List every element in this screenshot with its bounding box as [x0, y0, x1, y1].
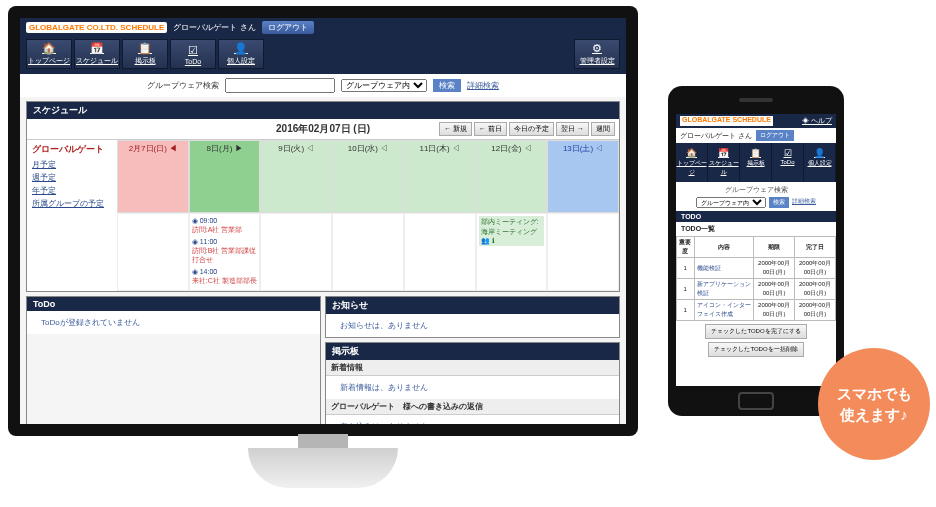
day-cell-thu[interactable]: [404, 213, 476, 291]
app-header: GLOBALGATE CO.LTD. SCHEDULE グローバルゲート さん …: [20, 18, 626, 36]
board-sec2-title: グローバルゲート 様への書き込みの返信: [326, 399, 619, 415]
phone-home-button[interactable]: [738, 392, 774, 410]
phone-logo: GLOBALGATE SCHEDULE: [680, 116, 773, 126]
today-button[interactable]: 今日の予定: [509, 122, 554, 136]
phone-todo-list-title: TODO一覧: [676, 222, 836, 236]
sidebar-title: グローバルゲート: [32, 143, 112, 156]
table-row[interactable]: 1新アプリケーション検証2000年00月00日(月)2000年00月00日(月): [677, 279, 836, 300]
week-button[interactable]: 週間: [591, 122, 615, 136]
day-cell-sun[interactable]: [117, 213, 189, 291]
phone-tab-top[interactable]: 🏠トップページ: [676, 143, 708, 182]
day-header-sat[interactable]: 13日(土) ◁: [547, 140, 619, 213]
board-sec1-title: 新着情報: [326, 360, 619, 376]
desktop-monitor: GLOBALGATE CO.LTD. SCHEDULE グローバルゲート さん …: [8, 6, 638, 436]
event-item[interactable]: ◉ 09:00訪問:A社 営業部: [192, 216, 258, 234]
day-header-fri[interactable]: 12日(金) ◁: [476, 140, 548, 213]
event-item[interactable]: ◉ 11:00訪問:B社 営業部課従 打合せ: [192, 237, 258, 264]
nav-admin[interactable]: ⚙管理者設定: [574, 39, 620, 69]
board-panel-title: 掲示板: [326, 343, 619, 360]
phone-user: グローバルゲート さん: [680, 131, 752, 141]
news-panel-title: お知らせ: [326, 297, 619, 314]
todo-empty: ToDoが登録されていません: [27, 311, 320, 334]
phone-tabs: 🏠トップページ 📅スケジュール 📋掲示板 ☑ToDo 👤個人設定: [676, 143, 836, 182]
logout-button[interactable]: ログアウト: [262, 21, 314, 34]
day-header-tue[interactable]: 9日(火) ◁: [260, 140, 332, 213]
home-icon: 🏠: [42, 42, 56, 55]
col-done: 完了日: [795, 237, 836, 258]
day-cell-sat[interactable]: [547, 213, 619, 291]
app-logo: GLOBALGATE CO.LTD. SCHEDULE: [26, 22, 167, 33]
day-cell-tue[interactable]: [260, 213, 332, 291]
phone-logout-button[interactable]: ログアウト: [756, 130, 794, 141]
nav-schedule[interactable]: 📅スケジュール: [74, 39, 120, 69]
sidebar-link-month[interactable]: 月予定: [32, 158, 112, 171]
promo-sticker: スマホでも 使えます♪: [818, 348, 930, 460]
todo-panel-title: ToDo: [27, 297, 320, 311]
day-header-wed[interactable]: 10日(水) ◁: [332, 140, 404, 213]
phone-complete-button[interactable]: チェックしたTODOを完了にする: [705, 324, 806, 339]
event-item[interactable]: ◉ 14:00来社:C社 製造部部長: [192, 267, 258, 285]
sidebar-link-year[interactable]: 年予定: [32, 184, 112, 197]
event-item[interactable]: 部内ミーティング:海岸ミーティング 👥 ℹ: [479, 216, 545, 246]
board-sec2-empty: 書き込みは、ありません: [326, 415, 619, 424]
calendar-title-row: 2016年02月07日 (日) ← 新規 ← 前日 今日の予定 翌日 → 週間: [27, 119, 619, 140]
phone-todo-title: TODO: [676, 211, 836, 222]
help-link[interactable]: ◈ ヘルプ: [802, 116, 832, 126]
desktop-screen: GLOBALGATE CO.LTD. SCHEDULE グローバルゲート さん …: [20, 18, 626, 424]
table-row[interactable]: 1機能検証2000年00月00日(月)2000年00月00日(月): [677, 258, 836, 279]
phone-tab-board[interactable]: 📋掲示板: [740, 143, 772, 182]
sidebar-link-week[interactable]: 週予定: [32, 171, 112, 184]
nav-settings[interactable]: 👤個人設定: [218, 39, 264, 69]
search-input[interactable]: [225, 78, 335, 93]
sticker-text: スマホでも 使えます♪: [837, 383, 912, 425]
nav-top[interactable]: 🏠トップページ: [26, 39, 72, 69]
phone-search-scope[interactable]: グループウェア内: [696, 197, 766, 208]
user-icon: 👤: [234, 42, 248, 55]
monitor-bezel: GLOBALGATE CO.LTD. SCHEDULE グローバルゲート さん …: [8, 6, 638, 436]
board-panel: 掲示板 新着情報 新着情報は、ありません グローバルゲート 様への書き込みの返信…: [325, 342, 620, 424]
phone-delete-button[interactable]: チェックしたTODOを一括削除: [708, 342, 803, 357]
user-greeting: グローバルゲート さん: [173, 22, 255, 33]
search-label: グループウェア検索: [147, 80, 219, 91]
check-icon: ☑: [188, 44, 198, 57]
news-empty: お知らせは、ありません: [326, 314, 619, 337]
nav-board[interactable]: 📋掲示板: [122, 39, 168, 69]
phone-speaker: [739, 98, 773, 102]
prev-day-button[interactable]: ← 前日: [474, 122, 507, 136]
phone-search-button[interactable]: 検索: [769, 197, 789, 208]
schedule-panel: スケジュール 2016年02月07日 (日) ← 新規 ← 前日 今日の予定 翌…: [26, 101, 620, 292]
phone-tab-todo[interactable]: ☑ToDo: [772, 143, 804, 182]
search-scope-select[interactable]: グループウェア内: [341, 79, 427, 92]
board-icon: 📋: [138, 42, 152, 55]
phone-tab-schedule[interactable]: 📅スケジュール: [708, 143, 740, 182]
table-row[interactable]: 1アイコン・インターフェイス作成2000年00月00日(月)2000年00月00…: [677, 300, 836, 321]
gear-icon: ⚙: [592, 42, 602, 55]
day-cell-fri[interactable]: 部内ミーティング:海岸ミーティング 👥 ℹ: [476, 213, 548, 291]
schedule-panel-title: スケジュール: [27, 102, 619, 119]
board-sec1-empty: 新着情報は、ありません: [326, 376, 619, 399]
search-button[interactable]: 検索: [433, 79, 461, 92]
phone-user-row: グローバルゲート さん ログアウト: [676, 128, 836, 143]
day-header-mon[interactable]: 8日(月) ▶: [189, 140, 261, 213]
sidebar-link-group[interactable]: 所属グループの予定: [32, 197, 112, 210]
calendar-grid: グローバルゲート 月予定 週予定 年予定 所属グループの予定 2月7日(日) ◀…: [27, 140, 619, 291]
next-day-button[interactable]: 翌日 →: [556, 122, 589, 136]
monitor-stand: [248, 448, 398, 488]
day-header-thu[interactable]: 11日(木) ◁: [404, 140, 476, 213]
calendar-sidebar: グローバルゲート 月予定 週予定 年予定 所属グループの予定: [27, 140, 117, 213]
nav-todo[interactable]: ☑ToDo: [170, 39, 216, 69]
new-event-button[interactable]: ← 新規: [439, 122, 472, 136]
day-cell-mon[interactable]: ◉ 09:00訪問:A社 営業部 ◉ 11:00訪問:B社 営業部課従 打合せ …: [189, 213, 261, 291]
phone-adv-search[interactable]: 詳細検索: [792, 197, 816, 208]
day-header-sun[interactable]: 2月7日(日) ◀: [117, 140, 189, 213]
search-bar: グループウェア検索 グループウェア内 検索 詳細検索: [20, 74, 626, 97]
advanced-search-link[interactable]: 詳細検索: [467, 80, 499, 91]
phone-tab-settings[interactable]: 👤個人設定: [804, 143, 836, 182]
home-icon: 🏠: [686, 148, 697, 158]
phone-todo-table: 重要度 内容 期限 完了日 1機能検証2000年00月00日(月)2000年00…: [676, 236, 836, 321]
news-panel: お知らせ お知らせは、ありません: [325, 296, 620, 338]
phone-search-label: グループウェア検索: [680, 185, 832, 195]
board-icon: 📋: [750, 148, 761, 158]
col-priority: 重要度: [677, 237, 695, 258]
day-cell-wed[interactable]: [332, 213, 404, 291]
